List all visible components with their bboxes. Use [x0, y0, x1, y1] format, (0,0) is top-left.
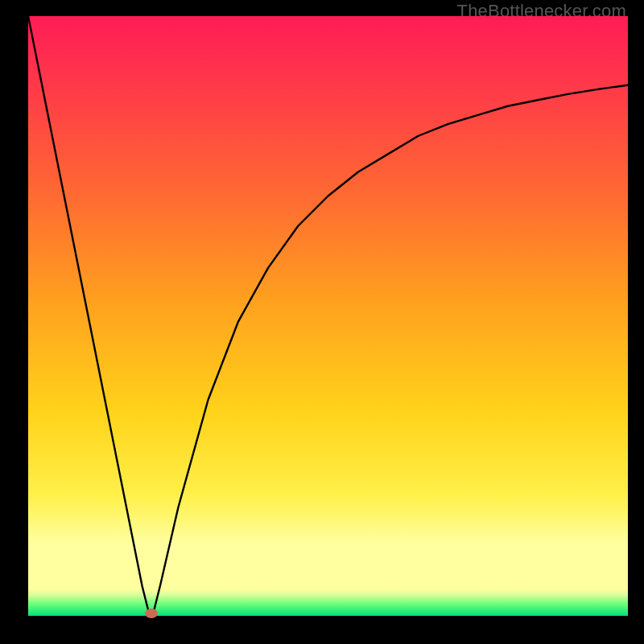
plot-area — [28, 16, 628, 616]
optimal-point-marker — [145, 609, 158, 618]
curve-layer — [28, 16, 628, 616]
bottleneck-curve — [28, 16, 628, 616]
chart-frame: TheBottlenecker.com — [0, 0, 644, 644]
